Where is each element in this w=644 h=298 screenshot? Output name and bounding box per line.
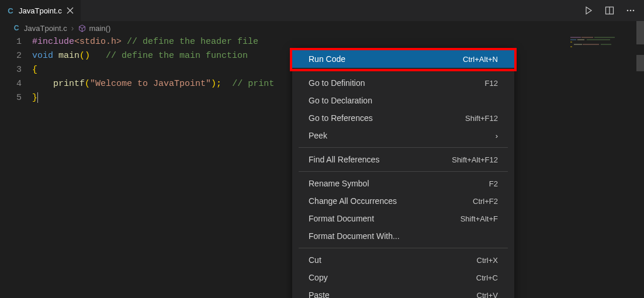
scroll-thumb[interactable] — [636, 55, 644, 71]
context-menu: Run CodeCtrl+Alt+NGo to DefinitionF12Go … — [292, 48, 514, 298]
menu-item-label: Cut — [309, 255, 321, 265]
line-gutter: 1 2 3 4 5 — [0, 35, 32, 105]
menu-separator — [299, 248, 508, 248]
c-file-icon: C — [6, 6, 15, 15]
more-icon[interactable] — [625, 5, 636, 16]
svg-rect-11 — [570, 41, 572, 43]
menu-item-format-document-with[interactable]: Format Document With... — [292, 227, 514, 245]
svg-rect-7 — [594, 37, 615, 38]
menu-item-shortcut: F12 — [485, 79, 498, 88]
menu-item-label: Paste — [309, 290, 330, 298]
svg-rect-10 — [587, 39, 610, 40]
line-number: 5 — [0, 91, 22, 105]
breadcrumb-symbol[interactable]: main() — [89, 24, 110, 33]
svg-rect-15 — [570, 46, 572, 47]
menu-item-shortcut: Shift+Alt+F12 — [452, 155, 498, 164]
menu-item-label: Run Code — [309, 54, 345, 64]
menu-item-cut[interactable]: CutCtrl+X — [292, 251, 514, 269]
editor-tab[interactable]: C JavaTpoint.c — [0, 0, 81, 21]
svg-rect-6 — [581, 37, 593, 38]
menu-item-label: Find All References — [309, 155, 379, 164]
svg-rect-5 — [570, 37, 581, 38]
split-editor-icon[interactable] — [604, 5, 615, 16]
menu-item-shortcut: Ctrl+V — [477, 291, 498, 299]
svg-rect-9 — [577, 39, 584, 40]
line-number: 2 — [0, 49, 22, 63]
close-icon[interactable] — [65, 6, 75, 15]
menu-separator — [299, 147, 508, 148]
line-number: 3 — [0, 63, 22, 77]
menu-item-shortcut: Shift+F12 — [465, 114, 498, 123]
menu-item-shortcut: Ctrl+C — [476, 273, 498, 282]
menu-item-label: Rename Symbol — [309, 179, 369, 188]
menu-item-label: Format Document — [309, 214, 374, 223]
code-line: #include<stdio.h> // define the header f… — [32, 35, 644, 49]
menu-item-peek[interactable]: Peek› — [292, 127, 514, 144]
menu-item-run-code[interactable]: Run CodeCtrl+Alt+N — [292, 50, 514, 68]
svg-rect-14 — [601, 44, 611, 45]
menu-item-shortcut: Ctrl+X — [477, 256, 498, 265]
text-cursor — [37, 92, 38, 103]
chevron-right-icon: › — [496, 131, 498, 140]
svg-point-4 — [633, 10, 635, 12]
menu-item-label: Format Document With... — [309, 231, 400, 241]
menu-item-go-to-references[interactable]: Go to ReferencesShift+F12 — [292, 109, 514, 127]
tab-group: C JavaTpoint.c — [0, 0, 81, 21]
breadcrumb-file[interactable]: JavaTpoint.c — [24, 24, 67, 33]
menu-item-rename-symbol[interactable]: Rename SymbolF2 — [292, 175, 514, 192]
line-number: 4 — [0, 77, 22, 91]
menu-item-find-all-references[interactable]: Find All ReferencesShift+Alt+F12 — [292, 151, 514, 168]
breadcrumb[interactable]: C JavaTpoint.c › main() — [0, 21, 644, 35]
menu-item-paste[interactable]: PasteCtrl+V — [292, 286, 514, 298]
menu-item-go-to-declaration[interactable]: Go to Declaration — [292, 92, 514, 109]
minimap[interactable] — [570, 36, 635, 60]
line-number: 1 — [0, 35, 22, 49]
menu-item-label: Change All Occurrences — [309, 196, 397, 206]
menu-item-format-document[interactable]: Format DocumentShift+Alt+F — [292, 210, 514, 227]
menu-item-shortcut: Ctrl+Alt+N — [463, 55, 498, 64]
svg-rect-13 — [583, 44, 599, 45]
menu-item-label: Go to Definition — [309, 78, 365, 88]
menu-separator — [299, 171, 508, 172]
menu-item-label: Go to Declaration — [309, 96, 372, 105]
run-icon[interactable] — [583, 5, 594, 16]
tab-bar: C JavaTpoint.c — [0, 0, 644, 21]
tab-filename: JavaTpoint.c — [19, 6, 62, 15]
svg-point-3 — [630, 10, 632, 12]
chevron-right-icon: › — [70, 23, 75, 33]
menu-item-label: Copy — [309, 273, 328, 282]
tab-actions — [583, 5, 644, 16]
menu-item-change-all-occurrences[interactable]: Change All OccurrencesCtrl+F2 — [292, 192, 514, 210]
menu-item-label: Peek — [309, 131, 327, 140]
menu-item-go-to-definition[interactable]: Go to DefinitionF12 — [292, 74, 514, 92]
menu-separator — [299, 71, 508, 71]
c-file-icon: C — [12, 23, 21, 33]
svg-point-2 — [627, 10, 629, 12]
menu-item-shortcut: Shift+Alt+F — [461, 214, 498, 223]
menu-item-shortcut: Ctrl+F2 — [473, 197, 498, 206]
scroll-thumb[interactable] — [636, 21, 644, 44]
svg-rect-12 — [574, 44, 582, 45]
menu-item-label: Go to References — [309, 113, 373, 123]
menu-item-copy[interactable]: CopyCtrl+C — [292, 269, 514, 286]
symbol-method-icon — [78, 24, 86, 32]
menu-item-shortcut: F2 — [489, 179, 498, 188]
svg-rect-8 — [570, 39, 576, 40]
vertical-scrollbar[interactable] — [636, 21, 644, 290]
